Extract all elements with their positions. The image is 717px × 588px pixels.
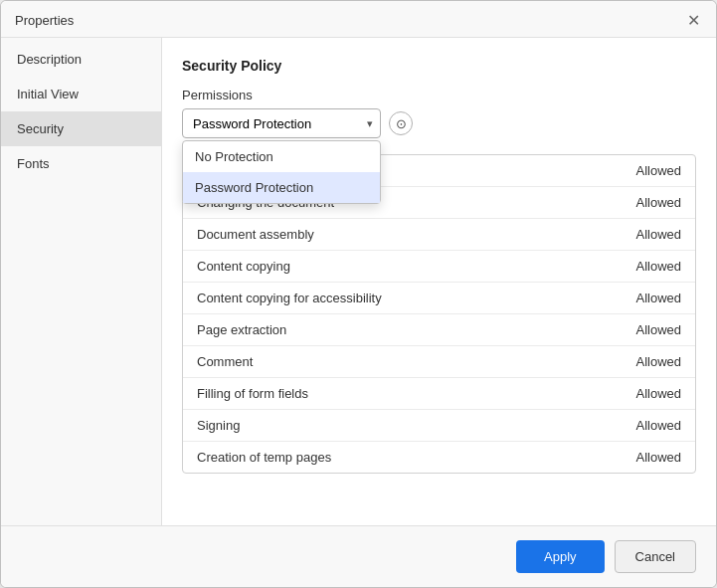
permission-value: Allowed [635, 386, 681, 401]
permission-value: Allowed [635, 450, 681, 465]
content-area: Description Initial View Security Fonts … [1, 38, 716, 525]
permission-value: Allowed [635, 418, 681, 433]
permission-name: Content copying for accessibility [197, 291, 382, 305]
permission-name: Creation of temp pages [197, 450, 331, 465]
table-row: Signing Allowed [183, 410, 695, 442]
sidebar-item-description[interactable]: Description [1, 42, 161, 77]
dropdown-row: Password Protection ▾ No Protection Pass… [182, 108, 696, 138]
close-button[interactable]: ✕ [684, 11, 702, 29]
permission-name: Content copying [197, 259, 290, 274]
permission-value: Allowed [635, 227, 681, 242]
permission-value: Allowed [635, 322, 681, 337]
dropdown-option-password-protection[interactable]: Password Protection [183, 172, 380, 203]
table-row: Document assembly Allowed [183, 219, 695, 251]
properties-dialog: Properties ✕ Description Initial View Se… [0, 0, 717, 588]
sidebar-item-security[interactable]: Security [1, 111, 161, 146]
apply-button[interactable]: Apply [516, 540, 605, 573]
sidebar-item-initial-view[interactable]: Initial View [1, 77, 161, 111]
permission-value: Allowed [635, 291, 681, 305]
table-row: Content copying for accessibility Allowe… [183, 283, 695, 314]
permission-name: Page extraction [197, 322, 286, 337]
section-title: Security Policy [182, 58, 696, 74]
title-bar: Properties ✕ [1, 1, 716, 38]
security-policy-dropdown[interactable]: Password Protection [182, 108, 381, 138]
table-row: Filling of form fields Allowed [183, 378, 695, 410]
cancel-button[interactable]: Cancel [615, 540, 696, 573]
dropdown-popup: No Protection Password Protection [182, 140, 381, 204]
dropdown-wrapper: Password Protection ▾ No Protection Pass… [182, 108, 381, 138]
permissions-label: Permissions [182, 88, 696, 102]
permission-value: Allowed [635, 354, 681, 369]
permission-name: Filling of form fields [197, 386, 308, 401]
info-icon: ⊙ [396, 116, 407, 131]
table-row: Creation of temp pages Allowed [183, 442, 695, 473]
info-button[interactable]: ⊙ [389, 111, 413, 135]
table-row: Comment Allowed [183, 346, 695, 378]
permission-name: Signing [197, 418, 240, 433]
permission-name: Document assembly [197, 227, 314, 242]
sidebar: Description Initial View Security Fonts [1, 38, 162, 525]
sidebar-item-fonts[interactable]: Fonts [1, 146, 161, 181]
permission-value: Allowed [635, 259, 681, 274]
footer: Apply Cancel [1, 525, 716, 587]
dialog-title: Properties [15, 13, 74, 28]
permission-value: Allowed [635, 195, 681, 210]
main-panel: Security Policy Permissions Password Pro… [162, 38, 716, 525]
permission-value: Allowed [635, 163, 681, 178]
dropdown-option-no-protection[interactable]: No Protection [183, 141, 380, 172]
permission-name: Comment [197, 354, 253, 369]
table-row: Page extraction Allowed [183, 314, 695, 346]
table-row: Content copying Allowed [183, 251, 695, 283]
